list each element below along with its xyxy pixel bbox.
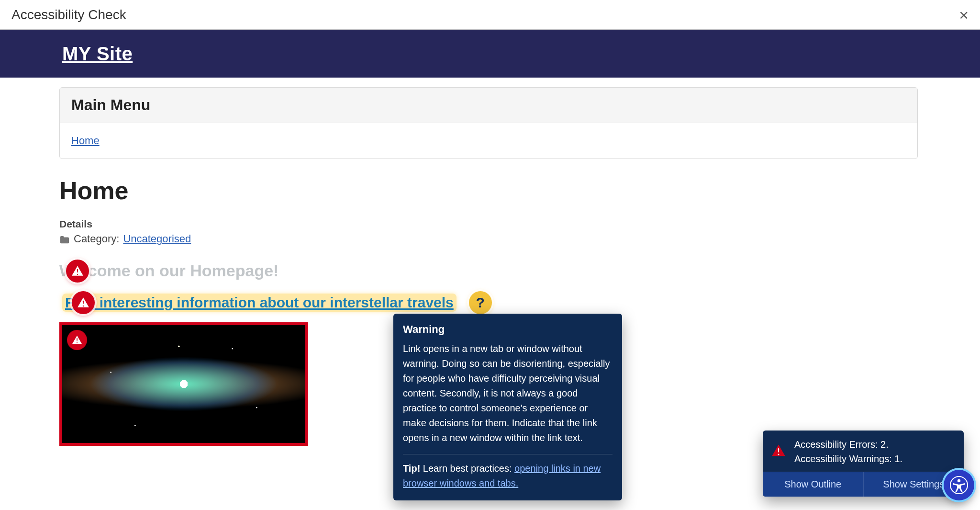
- show-outline-button[interactable]: Show Outline: [763, 472, 863, 497]
- summary-warnings-line: Accessibility Warnings: 1.: [794, 452, 902, 466]
- details-label: Details: [59, 218, 918, 230]
- main-menu-heading: Main Menu: [60, 88, 917, 123]
- dialog-title: Accessibility Check: [11, 7, 126, 23]
- main-menu-module: Main Menu Home: [59, 87, 918, 159]
- flagged-image: [59, 322, 308, 446]
- warning-tooltip: Warning Link opens in a new tab or windo…: [393, 314, 622, 500]
- error-badge-icon[interactable]: [66, 260, 89, 283]
- accessibility-icon: [949, 476, 969, 495]
- page-title: Home: [59, 176, 918, 205]
- nebula-image: [62, 325, 305, 443]
- tooltip-body: Link opens in a new tab or window withou…: [403, 341, 612, 445]
- error-badge-icon[interactable]: [72, 291, 95, 314]
- flagged-link-wrap: Find interesting information about our i…: [62, 294, 457, 312]
- accessibility-summary-panel: Accessibility Errors: 2. Accessibility W…: [763, 431, 964, 497]
- close-icon[interactable]: ×: [959, 7, 969, 23]
- welcome-heading-text: Welcome on our Homepage!: [59, 261, 278, 280]
- error-triangle-icon: [771, 443, 786, 460]
- dialog-header: Accessibility Check ×: [0, 0, 980, 30]
- warning-badge-icon[interactable]: ?: [469, 291, 492, 314]
- summary-errors-line: Accessibility Errors: 2.: [794, 437, 902, 452]
- tooltip-tip: Tip! Learn best practices: opening links…: [403, 461, 612, 491]
- category-link[interactable]: Uncategorised: [123, 233, 191, 245]
- site-header: MY Site: [0, 30, 980, 78]
- error-badge-icon[interactable]: [67, 330, 87, 350]
- category-line: Category: Uncategorised: [59, 233, 918, 245]
- site-title-link[interactable]: MY Site: [62, 43, 133, 65]
- question-mark-icon: ?: [476, 295, 485, 311]
- menu-item-home[interactable]: Home: [71, 135, 100, 147]
- folder-icon: [59, 235, 70, 243]
- tooltip-title: Warning: [403, 321, 612, 338]
- image-frame[interactable]: [59, 322, 308, 446]
- svg-point-1: [958, 479, 960, 482]
- accessibility-fab-button[interactable]: [944, 470, 974, 500]
- tip-label: Tip!: [403, 463, 420, 474]
- tip-lead: Learn best practices:: [420, 463, 514, 474]
- category-label: Category:: [74, 233, 119, 245]
- interstellar-link[interactable]: Find interesting information about our i…: [62, 294, 457, 312]
- welcome-heading: Welcome on our Homepage!: [59, 261, 278, 280]
